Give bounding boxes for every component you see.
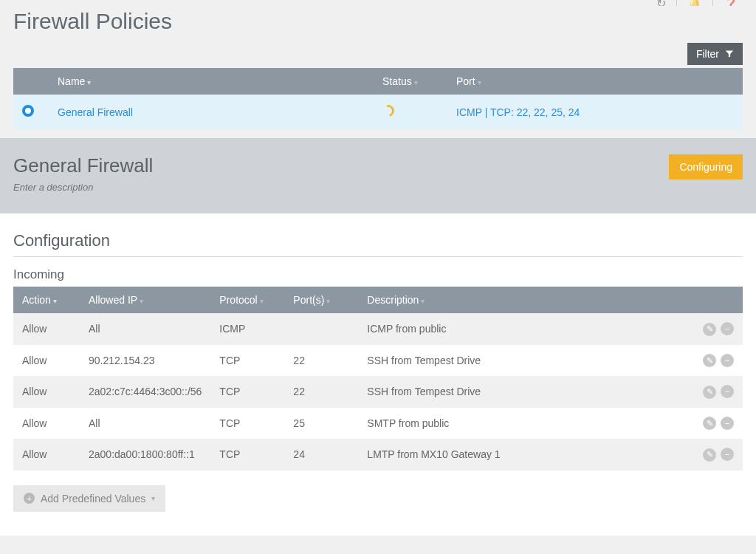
rule-action: Allow — [13, 439, 80, 471]
rule-protocol: TCP — [210, 345, 284, 377]
radio-selected-icon[interactable] — [22, 105, 34, 117]
col-status[interactable]: Status — [374, 68, 447, 95]
edit-icon[interactable]: ✎ — [703, 448, 716, 462]
rule-row: Allow90.212.154.23TCP22SSH from Tempest … — [13, 345, 743, 377]
detail-header: General Firewall Enter a description Con… — [0, 138, 756, 213]
add-predefined-label: Add Predefined Values — [41, 493, 145, 505]
rule-description: LMTP from MX10 Gateway 1 — [358, 439, 676, 471]
remove-icon[interactable]: − — [721, 354, 734, 367]
rule-ports: 22 — [284, 376, 358, 408]
edit-icon[interactable]: ✎ — [703, 323, 716, 336]
policy-port: ICMP | TCP: 22, 22, 25, 24 — [447, 95, 743, 129]
edit-icon[interactable]: ✎ — [703, 417, 716, 430]
policy-name[interactable]: General Firewall — [49, 95, 374, 129]
rule-ip: 90.212.154.23 — [80, 345, 210, 377]
rule-ip: 2a00:da00:1800:80ff::1 — [80, 439, 210, 471]
rule-protocol: TCP — [210, 408, 284, 440]
rule-row: Allow2a02:c7c:4464:3c00::/56TCP22SSH fro… — [13, 376, 743, 408]
rule-action: Allow — [13, 345, 80, 377]
top-icons-bar: ↻ 🔔 ❓ — [0, 0, 756, 6]
rule-ip: 2a02:c7c:4464:3c00::/56 — [80, 376, 210, 408]
rule-action: Allow — [13, 408, 80, 440]
add-predefined-button[interactable]: + Add Predefined Values ▾ — [13, 485, 165, 512]
filter-label: Filter — [696, 48, 719, 60]
plus-icon: + — [24, 493, 35, 504]
chevron-down-icon: ▾ — [151, 494, 155, 502]
status-badge: Configuring — [669, 154, 743, 179]
rule-description: SSH from Tempest Drive — [358, 376, 676, 408]
col-ports[interactable]: Port(s) — [284, 287, 358, 313]
description-input[interactable]: Enter a description — [13, 182, 153, 193]
detail-title: General Firewall — [13, 154, 153, 177]
rule-description: SMTP from public — [358, 408, 676, 440]
remove-icon[interactable]: − — [721, 322, 734, 335]
edit-icon[interactable]: ✎ — [703, 386, 716, 399]
rule-ports: 22 — [284, 345, 358, 377]
filter-button[interactable]: Filter — [687, 43, 743, 65]
col-protocol[interactable]: Protocol — [210, 287, 284, 313]
rule-row: AllowAllICMPICMP from public✎− — [13, 313, 743, 345]
rule-description: SSH from Tempest Drive — [358, 345, 676, 377]
filter-icon — [725, 49, 734, 58]
edit-icon[interactable]: ✎ — [703, 354, 716, 367]
incoming-label: Incoming — [13, 267, 743, 282]
rule-ports: 25 — [284, 408, 358, 440]
config-heading: Configuration — [13, 231, 743, 257]
rule-ports — [284, 313, 358, 345]
col-name[interactable]: Name — [49, 68, 374, 95]
rule-protocol: TCP — [210, 439, 284, 471]
rule-ip: All — [80, 408, 210, 440]
col-description[interactable]: Description — [358, 287, 676, 313]
separator — [676, 0, 677, 6]
col-action[interactable]: Action — [13, 287, 80, 313]
remove-icon[interactable]: − — [721, 417, 734, 430]
rule-action: Allow — [13, 376, 80, 408]
rule-row: Allow2a00:da00:1800:80ff::1TCP24LMTP fro… — [13, 439, 743, 471]
separator — [712, 0, 713, 6]
loading-spinner-icon — [380, 103, 396, 119]
rule-protocol: TCP — [210, 376, 284, 408]
page-title: Firewall Policies — [0, 6, 756, 43]
bell-icon[interactable]: 🔔 — [683, 0, 707, 6]
rule-description: ICMP from public — [358, 313, 676, 345]
remove-icon[interactable]: − — [721, 448, 734, 461]
remove-icon[interactable]: − — [721, 385, 734, 398]
refresh-icon[interactable]: ↻ — [652, 0, 670, 6]
rule-row: AllowAllTCP25SMTP from public✎− — [13, 408, 743, 440]
help-icon[interactable]: ❓ — [719, 0, 743, 6]
rule-ip: All — [80, 313, 210, 345]
rule-protocol: ICMP — [210, 313, 284, 345]
policy-row[interactable]: General Firewall ICMP | TCP: 22, 22, 25,… — [13, 95, 743, 129]
rule-action: Allow — [13, 313, 80, 345]
col-allowed-ip[interactable]: Allowed IP — [80, 287, 210, 313]
col-port[interactable]: Port — [447, 68, 743, 95]
policies-table: Name Status Port General Firewall ICMP |… — [13, 68, 743, 129]
rules-table: Action Allowed IP Protocol Port(s) Descr… — [13, 287, 743, 471]
rule-ports: 24 — [284, 439, 358, 471]
